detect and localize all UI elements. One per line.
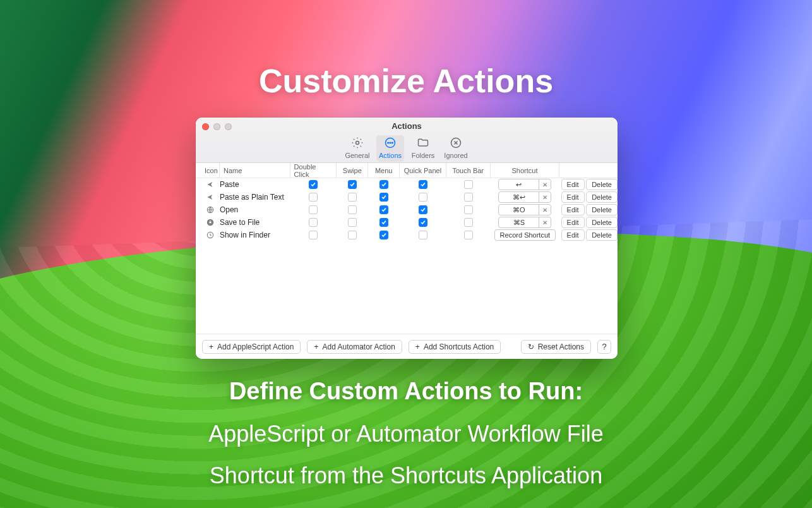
shortcut-field[interactable]: ⌘↩✕: [498, 191, 551, 203]
col-menu[interactable]: Menu: [368, 163, 400, 178]
reset-actions-button[interactable]: ↻ Reset Actions: [521, 340, 591, 354]
col-touch-bar[interactable]: Touch Bar: [446, 163, 491, 178]
col-swipe[interactable]: Swipe: [337, 163, 368, 178]
edit-button[interactable]: Edit: [561, 217, 585, 228]
checkbox[interactable]: [348, 180, 357, 189]
tab-folders[interactable]: Folders: [409, 135, 437, 162]
clear-shortcut-button[interactable]: ✕: [539, 205, 551, 215]
row-icon: [201, 203, 220, 216]
checkbox[interactable]: [309, 193, 318, 202]
edit-button[interactable]: Edit: [561, 229, 585, 241]
help-button[interactable]: ?: [597, 340, 611, 354]
shortcut-key: ↩: [499, 179, 539, 190]
add-shortcuts-button[interactable]: + Add Shortcuts Action: [409, 340, 501, 354]
row-name: Open: [220, 203, 290, 216]
clear-shortcut-button[interactable]: ✕: [539, 192, 551, 202]
toolbar-tabs: General Actions Folders Ignored: [196, 135, 618, 162]
tab-actions-label: Actions: [379, 152, 402, 159]
row-name: Show in Finder: [220, 229, 290, 241]
checkbox[interactable]: [464, 193, 473, 202]
shortcut-key: ⌘S: [499, 217, 539, 227]
edit-button[interactable]: Edit: [561, 179, 585, 190]
promo-line-2: AppleScript or Automator Workflow File: [0, 421, 812, 447]
checkbox[interactable]: [379, 205, 388, 214]
checkbox[interactable]: [379, 231, 388, 239]
x-circle-icon: [450, 136, 462, 150]
window-footer: + Add AppleScript Action + Add Automator…: [196, 334, 618, 359]
checkbox[interactable]: [348, 205, 357, 214]
shortcut-field[interactable]: ⌘O✕: [498, 204, 551, 215]
delete-button[interactable]: Delete: [586, 217, 618, 228]
tab-ignored-label: Ignored: [444, 152, 467, 159]
svg-point-0: [356, 142, 359, 145]
hero-title: Customize Actions: [0, 62, 812, 100]
checkbox[interactable]: [379, 180, 388, 189]
checkbox[interactable]: [309, 205, 318, 214]
row-icon: [201, 229, 220, 241]
table-row: Open⌘O✕EditDelete: [196, 203, 618, 216]
row-name: Save to File: [220, 216, 290, 229]
promo-line-3: Shortcut from the Shortcuts Application: [0, 463, 812, 489]
delete-button[interactable]: Delete: [586, 179, 618, 190]
table-row: Paste as Plain Text⌘↩✕EditDelete: [196, 191, 618, 203]
table-body: Paste↩✕EditDeletePaste as Plain Text⌘↩✕E…: [196, 178, 618, 241]
checkbox[interactable]: [309, 218, 318, 227]
checkbox[interactable]: [464, 180, 473, 189]
promo-line-1: Define Custom Actions to Run:: [0, 378, 812, 405]
tab-general[interactable]: General: [343, 135, 371, 162]
checkbox[interactable]: [379, 218, 388, 227]
checkbox[interactable]: [309, 231, 318, 239]
svg-point-2: [388, 142, 389, 143]
col-edit: [559, 163, 588, 178]
add-automator-label: Add Automator Action: [322, 342, 395, 351]
reset-actions-label: Reset Actions: [538, 342, 584, 351]
preferences-window: Actions General Actions Folders: [196, 118, 618, 359]
table-row: Save to File⌘S✕EditDelete: [196, 216, 618, 229]
checkbox[interactable]: [419, 218, 427, 227]
delete-button[interactable]: Delete: [586, 204, 618, 215]
window-title: Actions: [196, 121, 618, 131]
col-shortcut[interactable]: Shortcut: [491, 163, 560, 178]
col-icon[interactable]: Icon: [201, 163, 220, 178]
shortcut-field[interactable]: ↩✕: [498, 179, 551, 190]
record-shortcut-button[interactable]: Record Shortcut: [494, 229, 556, 241]
row-icon: [201, 191, 220, 203]
checkbox[interactable]: [348, 193, 357, 202]
add-applescript-button[interactable]: + Add AppleScript Action: [202, 340, 301, 354]
delete-button[interactable]: Delete: [586, 191, 618, 203]
checkbox[interactable]: [464, 205, 473, 214]
checkbox[interactable]: [348, 231, 357, 239]
checkbox[interactable]: [309, 180, 318, 189]
col-quick-panel[interactable]: Quick Panel: [400, 163, 446, 178]
delete-button[interactable]: Delete: [586, 229, 618, 241]
checkbox[interactable]: [464, 231, 473, 239]
titlebar: Actions General Actions Folders: [196, 118, 618, 163]
checkbox[interactable]: [419, 205, 427, 214]
row-name: Paste as Plain Text: [220, 191, 290, 203]
row-icon: [201, 178, 220, 191]
tab-ignored[interactable]: Ignored: [442, 135, 470, 162]
checkbox[interactable]: [348, 218, 357, 227]
table-row: Paste↩✕EditDelete: [196, 178, 618, 191]
clear-shortcut-button[interactable]: ✕: [539, 217, 551, 227]
clear-shortcut-button[interactable]: ✕: [539, 179, 551, 190]
plus-icon: +: [314, 342, 318, 351]
col-double-click[interactable]: Double Click: [290, 163, 337, 178]
tab-actions[interactable]: Actions: [376, 135, 404, 162]
add-automator-button[interactable]: + Add Automator Action: [307, 340, 402, 354]
checkbox[interactable]: [419, 231, 427, 239]
shortcut-key: ⌘↩: [499, 192, 539, 202]
checkbox[interactable]: [419, 193, 427, 202]
shortcut-field[interactable]: ⌘S✕: [498, 217, 551, 228]
checkbox[interactable]: [464, 218, 473, 227]
ellipsis-circle-icon: [384, 136, 397, 150]
edit-button[interactable]: Edit: [561, 191, 585, 203]
checkbox[interactable]: [379, 193, 388, 202]
folder-icon: [417, 136, 429, 150]
col-name[interactable]: Name: [220, 163, 290, 178]
edit-button[interactable]: Edit: [561, 204, 585, 215]
checkbox[interactable]: [419, 180, 427, 189]
table-row: Show in FinderRecord ShortcutEditDelete: [196, 229, 618, 241]
gear-icon: [351, 136, 364, 150]
plus-icon: +: [415, 342, 420, 351]
